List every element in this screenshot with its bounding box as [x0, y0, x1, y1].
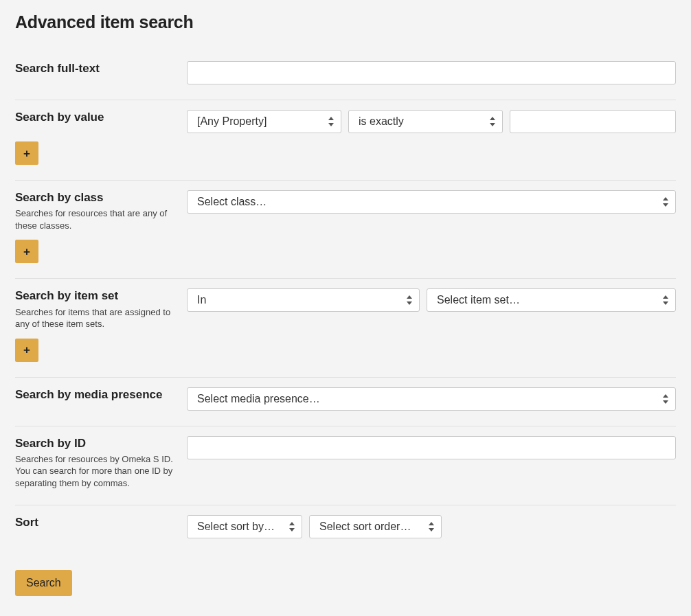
class-desc: Searches for resources that are any of t…: [15, 207, 174, 231]
value-text-input[interactable]: [510, 110, 676, 133]
chevron-updown-icon: [490, 117, 497, 126]
sort-by-selected: Select sort by…: [197, 521, 275, 533]
sort-order-selected: Select sort order…: [319, 521, 411, 533]
chevron-updown-icon: [328, 117, 335, 126]
itemset-desc: Searches for items that are assigned to …: [15, 306, 174, 330]
chevron-updown-icon: [407, 295, 414, 305]
chevron-updown-icon: [663, 295, 670, 305]
media-presence-select[interactable]: Select media presence…: [187, 387, 676, 411]
id-label: Search by ID: [15, 436, 174, 450]
value-property-select[interactable]: [Any Property]: [187, 110, 341, 133]
itemset-set-selected: Select item set…: [437, 294, 520, 306]
itemset-in-select[interactable]: In: [187, 288, 420, 312]
add-value-button[interactable]: +: [15, 141, 38, 165]
field-value: Search by value [Any Property] is exactl…: [15, 100, 676, 181]
plus-icon: +: [23, 344, 30, 356]
add-itemset-button[interactable]: +: [15, 339, 38, 362]
submit-row: Search: [15, 570, 676, 596]
itemset-set-select[interactable]: Select item set…: [427, 288, 676, 312]
sort-by-select[interactable]: Select sort by…: [187, 515, 302, 538]
fulltext-input[interactable]: [187, 61, 676, 84]
chevron-updown-icon: [429, 522, 435, 532]
fulltext-label: Search full-text: [15, 61, 174, 76]
id-desc: Searches for resources by Omeka S ID. Yo…: [15, 453, 174, 490]
value-property-selected: [Any Property]: [197, 115, 267, 128]
value-label: Search by value: [15, 110, 174, 124]
media-presence-selected: Select media presence…: [197, 393, 320, 405]
search-button[interactable]: Search: [15, 570, 72, 596]
sort-order-select[interactable]: Select sort order…: [309, 515, 442, 538]
field-sort: Sort Select sort by… Select sort order…: [15, 505, 676, 551]
value-operator-select[interactable]: is exactly: [348, 110, 503, 133]
sort-label: Sort: [15, 515, 174, 529]
plus-icon: +: [23, 148, 30, 159]
field-class: Search by class Searches for resources t…: [15, 181, 676, 279]
field-media: Search by media presence Select media pr…: [15, 378, 676, 426]
class-label: Search by class: [15, 190, 174, 205]
itemset-label: Search by item set: [15, 288, 174, 303]
chevron-updown-icon: [663, 394, 670, 404]
value-operator-selected: is exactly: [359, 115, 404, 128]
class-select[interactable]: Select class…: [187, 190, 676, 214]
plus-icon: +: [23, 246, 30, 258]
class-selected: Select class…: [197, 196, 267, 208]
chevron-updown-icon: [663, 197, 670, 207]
advanced-search-form: Advanced item search Search full-text Se…: [0, 0, 691, 616]
itemset-in-selected: In: [197, 294, 206, 306]
media-label: Search by media presence: [15, 387, 174, 402]
field-itemset: Search by item set Searches for items th…: [15, 279, 676, 377]
field-fulltext: Search full-text: [15, 52, 676, 100]
id-input[interactable]: [187, 436, 676, 459]
field-id: Search by ID Searches for resources by O…: [15, 426, 676, 505]
page-title: Advanced item search: [15, 12, 676, 32]
add-class-button[interactable]: +: [15, 240, 38, 263]
chevron-updown-icon: [289, 522, 296, 532]
